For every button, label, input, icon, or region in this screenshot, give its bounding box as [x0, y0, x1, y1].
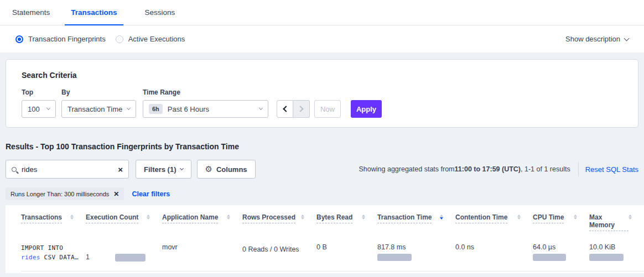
sort-icon[interactable] — [70, 215, 74, 219]
sort-icon[interactable] — [629, 215, 632, 219]
view-toggle-band: Transaction Fingerprints Active Executio… — [0, 25, 644, 53]
transaction-time-value: 817.8 ms — [377, 243, 455, 251]
time-range-select[interactable]: 6h Past 6 Hours — [143, 100, 268, 118]
top-label: Top — [22, 88, 56, 96]
chevron-down-icon — [127, 106, 131, 110]
radio-label: Active Executions — [128, 35, 185, 43]
top-field: Top 100 — [22, 88, 56, 118]
now-button[interactable]: Now — [314, 100, 341, 118]
sort-icon[interactable] — [147, 215, 150, 219]
divider — [578, 162, 579, 176]
tab-statements[interactable]: Statements — [6, 0, 56, 25]
results-title: Results - Top 100 Transaction Fingerprin… — [6, 142, 638, 151]
radio-unselected-icon — [116, 35, 123, 43]
cell-max-memory: 10.0 KiB — [589, 237, 644, 271]
max-memory-bar — [589, 254, 624, 261]
execution-count-value: 1 — [86, 253, 90, 261]
cell-transaction-time: 817.8 ms — [377, 237, 455, 271]
reset-sql-stats-link[interactable]: Reset SQL Stats — [585, 165, 638, 174]
filter-pill: Runs Longer Than: 300 milliseconds ✕ — [6, 187, 124, 200]
tab-sessions[interactable]: Sessions — [139, 0, 181, 25]
radio-label: Transaction Fingerprints — [28, 35, 106, 43]
clear-search-icon[interactable]: × — [118, 165, 123, 174]
columns-button[interactable]: ⚙ Columns — [197, 160, 256, 179]
tab-transactions[interactable]: Transactions — [65, 0, 123, 25]
filters-button[interactable]: Filters (1) — [136, 160, 191, 179]
column-header-rows-processed: Rows Processed — [242, 205, 316, 231]
execution-count-bar — [115, 254, 146, 262]
by-label: By — [61, 88, 136, 96]
stats-prefix: Showing aggregated stats from — [359, 165, 455, 173]
column-header-bytes-read: Bytes Read — [316, 205, 377, 231]
time-range-field: Time Range 6h Past 6 Hours — [136, 88, 268, 118]
column-header-transactions: Transactions — [21, 205, 86, 231]
cell-contention-time: 0.0 ns — [455, 237, 533, 271]
stats-suffix: , 1-1 of 1 results — [521, 165, 570, 173]
radio-active-executions[interactable]: Active Executions — [116, 35, 185, 43]
cell-transaction-statement[interactable]: IMPORT INTO rides CSV DATA… — [21, 237, 86, 271]
time-range-label: Time Range — [143, 88, 268, 96]
search-icon — [12, 167, 17, 172]
sort-icon[interactable] — [517, 215, 521, 219]
top-select[interactable]: 100 — [22, 100, 56, 118]
sort-icon[interactable] — [227, 215, 230, 219]
column-header-transaction-time: Transaction Time — [377, 205, 455, 231]
chevron-down-icon — [259, 106, 263, 110]
stats-range: 11:00 to 17:59 (UTC) — [455, 165, 521, 173]
chevron-down-icon — [179, 166, 183, 170]
top-tab-bar: Statements Transactions Sessions — [0, 0, 644, 25]
column-header-application-name: Application Name — [162, 205, 242, 231]
top-value: 100 — [28, 105, 40, 113]
time-step-group — [277, 100, 310, 118]
gear-icon: ⚙ — [205, 164, 212, 174]
search-box: × — [6, 160, 129, 179]
arrow-right-icon — [297, 106, 303, 112]
by-field: By Transaction Time — [56, 88, 136, 118]
bytes-read-value: 0 B — [316, 243, 327, 251]
chevron-down-icon — [46, 106, 50, 110]
radio-selected-icon — [15, 35, 23, 43]
show-description-label: Show description — [565, 35, 620, 43]
cell-bytes-read: 0 B — [316, 237, 377, 271]
show-description-toggle[interactable]: Show description — [565, 35, 629, 43]
remove-filter-icon[interactable]: ✕ — [113, 190, 119, 198]
clear-filters-link[interactable]: Clear filters — [132, 190, 170, 198]
by-select[interactable]: Transaction Time — [61, 100, 136, 118]
filters-label: Filters (1) — [144, 165, 176, 174]
results-table: Transactions Execution Count Application… — [6, 205, 644, 273]
cell-application-name: movr — [162, 237, 242, 271]
filter-pill-label: Runs Longer Than: 300 milliseconds — [11, 191, 109, 197]
max-memory-value: 10.0 KiB — [589, 243, 644, 251]
next-time-button[interactable] — [293, 100, 310, 118]
column-header-cpu-time: CPU Time — [533, 205, 589, 231]
cell-rows-processed: 0 Reads / 0 Writes — [242, 237, 316, 271]
active-filters-row: Runs Longer Than: 300 milliseconds ✕ Cle… — [6, 187, 638, 200]
search-input[interactable] — [22, 165, 118, 174]
arrow-left-icon — [283, 106, 289, 112]
transaction-time-bar — [377, 254, 412, 261]
sort-icon[interactable] — [301, 215, 304, 219]
table-row: IMPORT INTO rides CSV DATA… 1 movr 0 Rea… — [21, 237, 644, 271]
time-range-value: Past 6 Hours — [168, 105, 209, 113]
contention-time-value: 0.0 ns — [455, 243, 474, 251]
table-header-row: Transactions Execution Count Application… — [21, 205, 644, 231]
search-criteria-title: Search Criteria — [22, 71, 622, 80]
column-header-execution-count: Execution Count — [86, 205, 162, 231]
search-criteria-card: Search Criteria Top 100 By Transaction T… — [6, 59, 638, 128]
column-header-max-memory: Max Memory — [589, 205, 644, 231]
sort-icon[interactable] — [362, 215, 365, 219]
previous-time-button[interactable] — [277, 100, 293, 118]
radio-transaction-fingerprints[interactable]: Transaction Fingerprints — [15, 35, 106, 43]
cell-cpu-time: 64.0 µs — [533, 237, 589, 271]
transaction-line2: rides CSV DATA… — [21, 253, 86, 262]
cpu-time-bar — [533, 254, 566, 261]
column-header-contention-time: Contention Time — [455, 205, 533, 231]
columns-label: Columns — [216, 165, 247, 174]
sort-icon-active-desc[interactable] — [440, 215, 443, 219]
cell-execution-count: 1 — [86, 237, 162, 271]
transaction-fingerprint-link[interactable]: rides — [21, 254, 40, 261]
time-range-badge: 6h — [149, 104, 163, 114]
sort-icon[interactable] — [574, 215, 577, 219]
by-value: Transaction Time — [67, 105, 122, 113]
apply-button[interactable]: Apply — [351, 100, 382, 118]
